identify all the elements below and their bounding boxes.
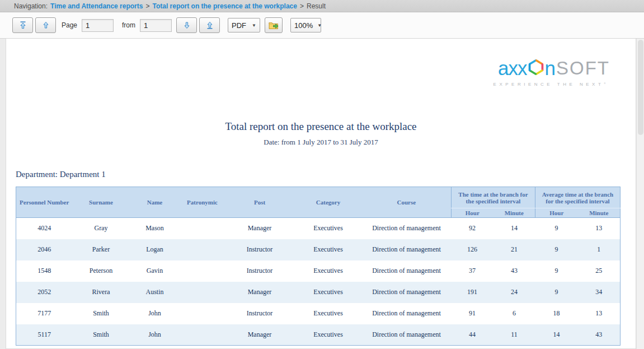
breadcrumb-separator: >	[300, 2, 304, 10]
cell-patronymic	[180, 218, 225, 239]
cell-name: John	[130, 324, 180, 346]
col-group-average-time: Average time at the branch for the speci…	[535, 187, 621, 208]
cell-hour: 18	[535, 303, 578, 324]
arrow-down-icon	[182, 21, 191, 30]
scrollbar-thumb[interactable]	[638, 40, 643, 135]
cell-minute: 13	[578, 303, 621, 324]
vertical-scrollbar[interactable]	[636, 39, 644, 349]
col-header-minute: Minute	[578, 208, 621, 218]
cell-surname: Rivera	[73, 282, 130, 303]
cell-post: Manager	[225, 282, 295, 303]
previous-page-button[interactable]	[35, 17, 56, 33]
cell-personnel-number: 5117	[16, 324, 73, 346]
col-header-category: Category	[295, 187, 362, 218]
from-label: from	[122, 21, 135, 29]
table-row: 4024 Gray Mason Manager Executives Direc…	[16, 218, 621, 239]
cell-hour: 191	[452, 282, 493, 303]
table-row: 2046 Parker Logan Instructor Executives …	[16, 239, 621, 260]
export-format-select[interactable]: PDF ▼	[228, 18, 260, 32]
cell-hour: 37	[452, 260, 493, 282]
first-page-button[interactable]	[12, 17, 33, 33]
export-button[interactable]	[265, 17, 283, 33]
cell-minute: 25	[578, 260, 621, 282]
report-toolbar: Page from PDF ▼ 10	[0, 12, 644, 39]
cell-name: Gavin	[130, 260, 180, 282]
breadcrumb-result: Result	[307, 2, 326, 10]
cell-surname: Gray	[73, 218, 130, 239]
cell-patronymic	[180, 260, 225, 282]
breadcrumb-time-attendance-reports-link[interactable]: Time and Attendance reports	[50, 2, 143, 10]
cell-minute: 34	[578, 282, 621, 303]
cell-personnel-number: 1548	[16, 260, 73, 282]
cell-name: Austin	[130, 282, 180, 303]
col-header-course: Course	[362, 187, 452, 218]
cell-hour: 9	[535, 260, 578, 282]
cell-name: John	[130, 303, 180, 324]
page-input[interactable]	[82, 19, 114, 32]
col-group-time-at-branch: The time at the branch for the specified…	[452, 187, 535, 208]
cell-course: Direction of management	[362, 239, 452, 260]
cell-course: Direction of management	[362, 324, 452, 346]
cell-hour: 44	[452, 324, 493, 346]
last-page-button[interactable]	[199, 17, 220, 33]
cell-surname: Peterson	[73, 260, 130, 282]
export-report-icon	[269, 21, 279, 30]
cell-hour: 9	[535, 239, 578, 260]
next-page-button[interactable]	[176, 17, 197, 33]
chevron-down-icon: ▼	[252, 23, 256, 28]
cell-minute: 21	[493, 239, 535, 260]
report-title: Total report on the presence at the work…	[6, 120, 636, 133]
col-header-hour: Hour	[535, 208, 578, 218]
zoom-value: 100%	[294, 21, 313, 30]
chevron-down-icon: ▼	[317, 23, 322, 28]
cell-course: Direction of management	[362, 282, 452, 303]
cell-hour: 14	[535, 324, 578, 346]
cell-minute: 1	[578, 239, 621, 260]
cell-personnel-number: 2052	[16, 282, 73, 303]
cell-name: Logan	[130, 239, 180, 260]
axxonsoft-logo: axx n SOFT EXPERIENCE THE NEXT°	[6, 57, 636, 87]
logo-text-soft: SOFT	[556, 58, 610, 79]
cell-minute: 6	[493, 303, 535, 324]
department-label: Department: Department 1	[16, 170, 636, 179]
table-row: 2052 Rivera Austin Manager Executives Di…	[16, 282, 621, 303]
col-header-hour: Hour	[452, 208, 493, 218]
export-format-value: PDF	[232, 21, 246, 30]
col-header-surname: Surname	[73, 187, 130, 218]
arrow-up-to-line-icon	[18, 21, 27, 30]
cell-minute: 43	[493, 260, 535, 282]
cell-category: Executives	[295, 218, 362, 239]
breadcrumb-total-report-link[interactable]: Total report on the presence at the work…	[152, 2, 297, 10]
col-header-post: Post	[225, 187, 295, 218]
cell-post: Manager	[225, 218, 295, 239]
nav-label: Navigation:	[14, 2, 48, 10]
col-header-patronymic: Patronymic	[180, 187, 225, 218]
cell-minute: 14	[493, 218, 535, 239]
cell-patronymic	[180, 239, 225, 260]
cell-course: Direction of management	[362, 218, 452, 239]
cell-post: Instructor	[225, 303, 295, 324]
cell-minute: 13	[578, 218, 621, 239]
cell-category: Executives	[295, 260, 362, 282]
logo-text-n: n	[545, 57, 555, 80]
zoom-select[interactable]: 100% ▼	[290, 18, 321, 32]
col-header-personnel-number: Personnel Number	[16, 187, 73, 218]
table-row: 5117 Smith John Manager Executives Direc…	[16, 324, 621, 346]
cell-name: Mason	[130, 218, 180, 239]
cell-patronymic	[180, 282, 225, 303]
cell-hour: 9	[535, 218, 578, 239]
table-row: 1548 Peterson Gavin Instructor Executive…	[16, 260, 621, 282]
total-pages-input[interactable]	[140, 19, 172, 32]
cell-patronymic	[180, 324, 225, 346]
cell-post: Instructor	[225, 260, 295, 282]
cell-course: Direction of management	[362, 260, 452, 282]
report-date-range: Date: from 1 July 2017 to 31 July 2017	[6, 138, 636, 147]
presence-report-table: Personnel Number Surname Name Patronymic…	[16, 187, 621, 346]
cell-surname: Parker	[73, 239, 130, 260]
cell-category: Executives	[295, 282, 362, 303]
cell-minute: 11	[493, 324, 535, 346]
cell-category: Executives	[295, 303, 362, 324]
col-header-name: Name	[130, 187, 180, 218]
cell-surname: Smith	[73, 324, 130, 346]
page-label: Page	[62, 21, 77, 29]
